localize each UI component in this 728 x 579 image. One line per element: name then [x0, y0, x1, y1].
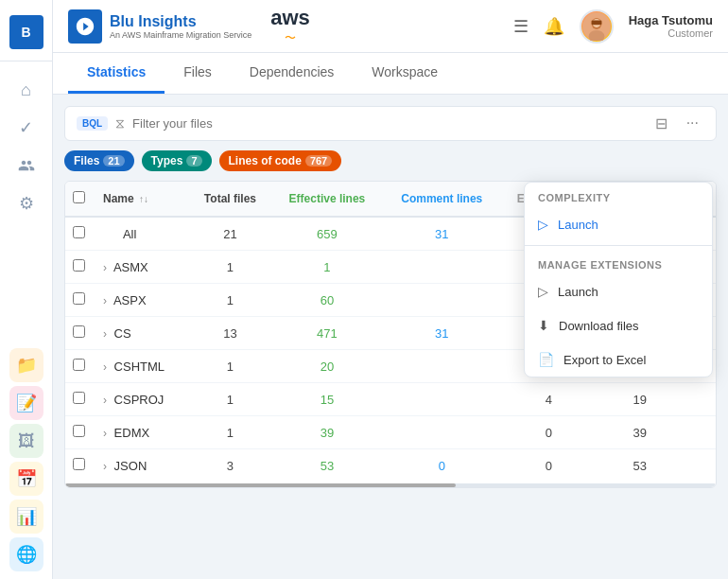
row-effective-lines: 60 [271, 284, 383, 317]
filter-more-icon[interactable]: ··· [681, 113, 704, 134]
th-name[interactable]: Name ↑↓ [95, 182, 189, 217]
filter-actions: ⊟ ··· [650, 113, 704, 134]
play-icon-complexity: ▷ [538, 217, 548, 232]
dropdown-complexity-label: COMPLEXITY [525, 183, 712, 207]
expand-btn[interactable]: › [103, 394, 107, 407]
row-empty-lines: 4 [501, 383, 598, 416]
row-checkbox[interactable] [73, 359, 85, 371]
row-effective-lines: 15 [271, 383, 383, 416]
expand-btn[interactable]: › [103, 261, 107, 274]
filter-sliders-icon[interactable]: ⊟ [650, 113, 673, 134]
th-effective-lines[interactable]: Effective lines [271, 182, 383, 217]
bell-icon[interactable]: 🔔 [544, 16, 564, 37]
sidebar-settings[interactable]: ⚙ [9, 186, 43, 220]
tab-dependencies[interactable]: Dependencies [231, 53, 354, 94]
dropdown-download-files[interactable]: ⬇ Download files [525, 308, 712, 342]
tab-files[interactable]: Files [165, 53, 231, 94]
table-row: › JSON 3 53 0 0 53 [65, 449, 716, 482]
sidebar-check[interactable]: ✓ [9, 111, 43, 145]
row-checkbox[interactable] [73, 392, 85, 404]
sidebar-folder[interactable]: 📁 [9, 348, 43, 382]
row-total-lines: 53 [597, 449, 683, 482]
row-checkbox[interactable] [73, 292, 85, 305]
th-comment-lines[interactable]: Comment lines [383, 182, 501, 217]
row-status [683, 383, 716, 416]
user-role: Customer [629, 27, 713, 39]
row-checkbox-cell [65, 251, 95, 284]
tab-workspace[interactable]: Workspace [353, 53, 457, 94]
blu-logo [68, 9, 102, 44]
horizontal-scrollbar[interactable] [65, 483, 716, 487]
sidebar-chart[interactable]: 📊 [9, 500, 43, 534]
dropdown-launch-manage-label: Launch [558, 285, 598, 299]
tab-statistics[interactable]: Statistics [68, 53, 165, 94]
sort-icon: ↑↓ [139, 194, 148, 204]
row-total-lines: 19 [597, 383, 683, 416]
row-checkbox[interactable] [73, 259, 85, 272]
icon-sidebar: B ⌂ ✓ ⚙ 📁 📝 🖼 📅 📊 🌐 [0, 0, 53, 579]
row-comment-lines: 31 [383, 217, 501, 251]
dropdown-launch-manage[interactable]: ▷ Launch [525, 274, 712, 308]
bql-badge: BQL [77, 116, 108, 131]
table-row: › EDMX 1 39 0 39 [65, 416, 716, 449]
sidebar-globe[interactable]: 🌐 [9, 537, 43, 571]
row-checkbox[interactable] [73, 325, 85, 338]
aws-text: aws [270, 6, 310, 30]
row-comment-lines [383, 416, 501, 449]
row-checkbox-cell [65, 217, 95, 251]
sidebar-people[interactable] [9, 149, 43, 183]
user-info: Haga Tsutomu Customer [629, 13, 713, 39]
row-checkbox[interactable] [73, 425, 85, 437]
row-checkbox[interactable] [73, 226, 85, 238]
expand-btn[interactable]: › [103, 294, 107, 307]
logo-area: B [0, 8, 52, 61]
app-tagline: An AWS Mainframe Migration Service [110, 30, 251, 41]
sidebar-calendar[interactable]: 📅 [9, 462, 43, 496]
sidebar-image[interactable]: 🖼 [9, 424, 43, 458]
scrollbar-thumb[interactable] [65, 483, 456, 487]
row-effective-lines: 20 [271, 350, 383, 383]
row-name: › EDMX [95, 416, 189, 449]
menu-icon[interactable]: ☰ [513, 16, 529, 37]
row-checkbox-cell [65, 383, 95, 416]
row-total-files: 1 [189, 284, 271, 317]
filter-icon: ⧖ [115, 115, 125, 132]
expand-btn[interactable]: › [103, 427, 107, 440]
filter-input[interactable] [132, 116, 650, 131]
row-total-files: 21 [189, 217, 271, 251]
row-effective-lines: 53 [271, 449, 383, 482]
sidebar-note[interactable]: 📝 [9, 386, 43, 420]
blu-logo-icon: B [9, 15, 43, 49]
dropdown-download-label: Download files [559, 319, 639, 333]
row-comment-lines [383, 350, 501, 383]
row-status [683, 416, 716, 449]
row-name: › JSON [95, 449, 189, 482]
row-empty-lines: 0 [501, 449, 598, 482]
row-total-files: 13 [189, 317, 271, 350]
expand-btn[interactable]: › [103, 327, 107, 341]
sidebar-home[interactable]: ⌂ [9, 73, 43, 107]
expand-btn[interactable]: › [103, 460, 107, 473]
tag-files[interactable]: Files 21 [64, 150, 134, 171]
avatar[interactable] [580, 9, 614, 44]
dropdown-export-excel[interactable]: 📄 Export to Excel [525, 342, 712, 377]
app-name: Blu Insights [110, 12, 251, 30]
row-checkbox[interactable] [73, 458, 85, 470]
row-name: › CSHTML [95, 350, 189, 383]
tag-lines[interactable]: Lines of code 767 [219, 150, 342, 171]
expand-btn[interactable]: › [103, 360, 107, 374]
th-total-files[interactable]: Total files [189, 182, 271, 217]
dropdown-launch-complexity-label: Launch [558, 218, 598, 232]
dropdown-manage-label: MANAGE EXTENSIONS [525, 250, 712, 274]
row-effective-lines: 659 [271, 217, 383, 251]
th-checkbox [65, 182, 95, 217]
row-effective-lines: 1 [271, 251, 383, 284]
row-checkbox-cell [65, 284, 95, 317]
select-all-checkbox[interactable] [73, 191, 85, 203]
tags-row: Files 21 Types 7 Lines of code 767 [64, 150, 717, 171]
row-total-files: 3 [189, 449, 271, 482]
tag-types[interactable]: Types 7 [142, 150, 212, 171]
filter-bar: BQL ⧖ ⊟ ··· [64, 106, 717, 141]
row-checkbox-cell [65, 317, 95, 350]
dropdown-launch-complexity[interactable]: ▷ Launch [525, 207, 712, 241]
